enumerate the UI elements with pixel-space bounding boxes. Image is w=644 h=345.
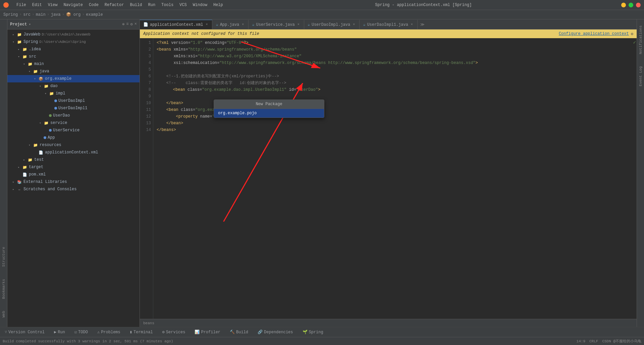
problems-button[interactable]: ⚠ Problems	[95, 329, 122, 336]
tree-item-target[interactable]: ▸ 📁 target	[7, 163, 140, 171]
tree-item-idea[interactable]: ▸ 📁 .idea	[7, 46, 140, 53]
tree-item-userservice[interactable]: UserService	[7, 127, 140, 134]
tree-item-scratches[interactable]: ▸ ✏️ Scratches and Consoles	[7, 186, 140, 193]
menu-refactor[interactable]: Refactor	[102, 2, 127, 8]
spring-button[interactable]: 🌱 Spring	[301, 329, 325, 336]
locate-icon[interactable]: ⊕	[122, 22, 124, 27]
tab-close-userdaoimpl1[interactable]: ×	[410, 23, 414, 27]
spring-label: Spring	[309, 330, 323, 335]
tree-item-test[interactable]: ▸ 📁 test	[7, 156, 140, 163]
menu-build[interactable]: Build	[127, 2, 145, 8]
version-control-button[interactable]: ⑂ Version Control	[3, 329, 47, 336]
menu-file[interactable]: File	[14, 2, 29, 8]
spring-icon: 🌱	[303, 330, 308, 335]
tree-item-impl[interactable]: ▾ 📁 impl	[7, 90, 140, 97]
tree-item-extlibs[interactable]: ▸ 📚 External Libraries	[7, 178, 140, 186]
configure-context-link[interactable]: Configure application context	[559, 31, 629, 36]
run-button[interactable]: ▶ Run	[52, 329, 67, 336]
menu-window[interactable]: Window	[190, 2, 210, 8]
tree-item-org-example[interactable]: ▾ 📦 org.example	[7, 75, 140, 82]
tab-close-appcontext[interactable]: ×	[205, 23, 209, 27]
tree-item-java[interactable]: ▾ 📁 java	[7, 68, 140, 75]
close-button[interactable]: ×	[636, 3, 641, 7]
encoding-crlf[interactable]: CRLF	[589, 339, 598, 343]
tree-item-spring[interactable]: ▾ 📁 Spring D:\Users\Admin\Spring	[7, 38, 140, 46]
build-status-label: Build completed successfully with 3 warn…	[3, 339, 173, 343]
tree-item-dao[interactable]: ▾ 📁 dao	[7, 82, 140, 90]
hide-panel-icon[interactable]: ×	[135, 22, 137, 27]
terminal-button[interactable]: ▮ Terminal	[128, 329, 155, 336]
user-info: CSDN @不服给的小乌龟	[602, 339, 641, 344]
collapse-icon[interactable]: ≡	[126, 22, 128, 27]
menu-tools[interactable]: Tools	[159, 2, 176, 8]
tree-item-userdao[interactable]: UserDao	[7, 112, 140, 119]
tree-item-userdaoimpl1[interactable]: UserDaoImpl1	[7, 105, 140, 112]
info-bar-settings-icon[interactable]: ⚙	[631, 31, 633, 37]
tree-item-appctx[interactable]: 📄 applicationContext.xml	[7, 149, 140, 156]
profiler-icon: 📊	[195, 330, 200, 335]
settings-icon[interactable]: ⚙	[130, 22, 133, 27]
menu-navigate[interactable]: Navigate	[61, 2, 86, 8]
menu-code[interactable]: Code	[86, 2, 101, 8]
breadcrumb-spring[interactable]: Spring	[3, 12, 18, 17]
tree-item-service[interactable]: ▾ 📁 service	[7, 119, 140, 127]
tab-appcontext[interactable]: 📄 applicationContext.xml ×	[140, 20, 212, 29]
tab-close-userdaoimpl[interactable]: ×	[352, 23, 356, 27]
code-editor[interactable]: <?xml version="1.0" encoding="UTF-8"?> <…	[153, 38, 637, 319]
menu-run[interactable]: Run	[145, 2, 158, 8]
breadcrumb-main[interactable]: main	[36, 12, 46, 17]
breadcrumb-bar: Spring › src › main › java › 📦 org › exa…	[0, 10, 644, 19]
project-dropdown-arrow[interactable]: ▾	[29, 22, 31, 26]
dropdown-item-pojo[interactable]: org.example.pojo	[214, 109, 324, 118]
breadcrumb-org[interactable]: 📦 org	[66, 12, 81, 17]
tab-more-button[interactable]: ≫	[418, 20, 427, 29]
breadcrumb-java[interactable]: java	[51, 12, 61, 17]
tab-userdaoimpl[interactable]: ☕ UserDaoImpl.java ×	[304, 20, 360, 29]
menu-help[interactable]: Help	[211, 2, 226, 8]
notifications-tab[interactable]: Notifications	[638, 23, 644, 57]
vc-label: Version Control	[8, 330, 45, 335]
tab-app[interactable]: ☕ App.java ×	[212, 20, 249, 29]
tab-userservice[interactable]: ☕ UserService.java ×	[249, 20, 304, 29]
minimize-button[interactable]: −	[621, 3, 626, 7]
tree-arrow-scratches: ▸	[11, 188, 15, 191]
folder-icon-javaweb: 📁	[17, 32, 22, 37]
tree-path-spring: D:\Users\Admin\Spring	[39, 40, 86, 44]
breadcrumb-src[interactable]: src	[23, 12, 31, 17]
tree-item-main[interactable]: ▾ 📁 main	[7, 60, 140, 68]
tab-bar: 📄 applicationContext.xml × ☕ App.java × …	[140, 19, 637, 29]
structure-tab[interactable]: Structure	[1, 244, 7, 269]
menu-edit[interactable]: Edit	[30, 2, 45, 8]
code-line-7: <!-- class:需要创建的类名字 id:创建的对象的名字-->	[157, 80, 633, 86]
tree-item-pom[interactable]: 📄 pom.xml	[7, 171, 140, 178]
code-line-9	[157, 93, 633, 100]
java-tab-icon-userdaoimpl: ☕	[308, 22, 310, 27]
app-logo	[3, 2, 9, 8]
tree-label-userservice: UserService	[53, 128, 79, 133]
services-button[interactable]: ⚙ Services	[160, 329, 187, 336]
todo-button[interactable]: ☑ TODO	[72, 329, 90, 336]
tree-arrow-src: ▾	[17, 55, 21, 59]
profiler-button[interactable]: 📊 Profiler	[193, 329, 222, 336]
build-button[interactable]: 🔨 Build	[228, 329, 250, 336]
tree-arrow-extlibs: ▸	[11, 180, 15, 184]
web-tab[interactable]: Web	[1, 308, 7, 320]
maximize-button[interactable]: □	[629, 3, 633, 7]
tree-item-userdaoimpl[interactable]: UserDaoImpl	[7, 97, 140, 105]
menu-view[interactable]: View	[45, 2, 60, 8]
tree-label-impl: impl	[56, 91, 65, 96]
breadcrumb-example[interactable]: example	[86, 12, 103, 17]
tab-userdaoimpl1[interactable]: ☕ UserDaoImpl1.java ×	[360, 20, 418, 29]
dependencies-button[interactable]: 🔗 Dependencies	[256, 329, 295, 336]
tree-item-app[interactable]: App	[7, 134, 140, 141]
run-icon: ▶	[54, 330, 56, 335]
tree-item-resources[interactable]: ▾ 📁 resources	[7, 141, 140, 149]
menu-vcs[interactable]: VCS	[177, 2, 190, 8]
tree-item-javaweb[interactable]: ▸ 📁 JavaWeb D:\Users\Admin\JavaWeb	[7, 31, 140, 38]
project-title: Project ▾	[10, 22, 31, 27]
event-log-tab[interactable]: Event Log	[638, 64, 644, 89]
tree-item-src[interactable]: ▾ 📁 src	[7, 53, 140, 60]
tab-close-app[interactable]: ×	[241, 23, 245, 27]
bookmarks-tab[interactable]: Bookmarks	[1, 276, 7, 301]
tab-close-userservice[interactable]: ×	[297, 23, 301, 27]
